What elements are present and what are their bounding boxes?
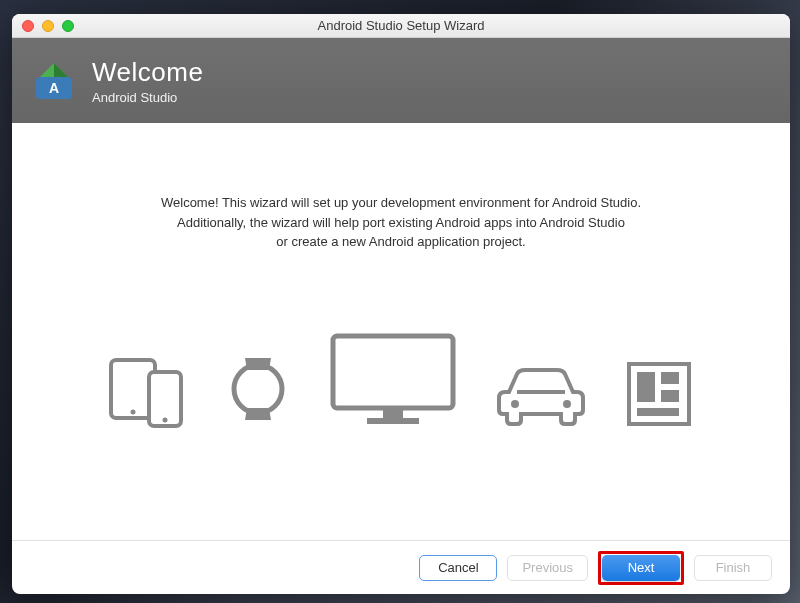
welcome-line-1: Welcome! This wizard will set up your de… — [161, 193, 641, 213]
car-icon — [495, 364, 587, 428]
welcome-text: Welcome! This wizard will set up your de… — [161, 193, 641, 252]
watch-icon — [225, 350, 291, 428]
content-area: Welcome! This wizard will set up your de… — [12, 123, 790, 540]
cancel-button[interactable]: Cancel — [419, 555, 497, 581]
window-title: Android Studio Setup Wizard — [12, 18, 790, 33]
svg-point-5 — [163, 417, 168, 422]
header-banner: A Welcome Android Studio — [12, 38, 790, 123]
things-grid-icon — [625, 360, 693, 428]
finish-button: Finish — [694, 555, 772, 581]
monitor-icon — [329, 332, 457, 428]
svg-point-3 — [131, 409, 136, 414]
phone-tablet-icon — [109, 356, 187, 428]
svg-point-6 — [234, 365, 282, 413]
next-button[interactable]: Next — [602, 555, 680, 581]
svg-rect-16 — [661, 390, 679, 402]
banner-subtitle: Android Studio — [92, 90, 203, 105]
titlebar: Android Studio Setup Wizard — [12, 14, 790, 38]
svg-rect-9 — [367, 418, 419, 424]
wizard-window: Android Studio Setup Wizard A Welcome An… — [12, 14, 790, 594]
banner-text: Welcome Android Studio — [92, 57, 203, 105]
svg-rect-17 — [637, 408, 679, 416]
minimize-icon[interactable] — [42, 20, 54, 32]
banner-title: Welcome — [92, 57, 203, 88]
android-studio-icon: A — [30, 57, 78, 105]
svg-rect-7 — [333, 336, 453, 408]
button-bar: Cancel Previous Next Finish — [12, 540, 790, 594]
welcome-line-2: Additionally, the wizard will help port … — [161, 213, 641, 233]
previous-button: Previous — [507, 555, 588, 581]
maximize-icon[interactable] — [62, 20, 74, 32]
svg-point-10 — [511, 400, 519, 408]
svg-rect-15 — [661, 372, 679, 384]
next-button-highlight: Next — [598, 551, 684, 585]
device-illustrations — [109, 332, 693, 428]
svg-rect-8 — [383, 408, 403, 418]
svg-rect-14 — [637, 372, 655, 402]
window-controls — [22, 20, 74, 32]
welcome-line-3: or create a new Android application proj… — [161, 232, 641, 252]
svg-text:A: A — [49, 80, 59, 96]
close-icon[interactable] — [22, 20, 34, 32]
svg-point-11 — [563, 400, 571, 408]
